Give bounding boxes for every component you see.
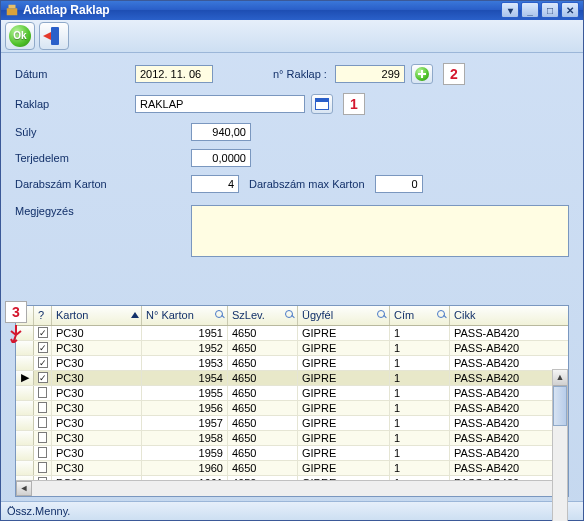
window-title: Adatlap Raklap bbox=[23, 3, 501, 17]
col-karton[interactable]: Karton bbox=[52, 306, 142, 325]
cell-szlev: 4650 bbox=[228, 401, 298, 415]
add-raklap-button[interactable] bbox=[411, 64, 433, 84]
table-row[interactable]: ✓PC3019534650GIPRE1PASS-AB420 bbox=[16, 356, 568, 371]
table-row[interactable]: PC3019554650GIPRE1PASS-AB420 bbox=[16, 386, 568, 401]
col-karton-label: Karton bbox=[56, 309, 88, 321]
row-indicator bbox=[16, 386, 34, 400]
table-row[interactable]: ✓PC3019524650GIPRE1PASS-AB420 bbox=[16, 341, 568, 356]
ok-button[interactable]: Ok bbox=[5, 22, 35, 50]
cell-check[interactable]: ✓ bbox=[34, 341, 52, 355]
suly-field[interactable]: 940,00 bbox=[191, 123, 251, 141]
exit-button[interactable] bbox=[39, 22, 69, 50]
row-indicator: ▶ bbox=[16, 371, 34, 385]
table-row[interactable]: ▶✓PC3019544650GIPRE1PASS-AB420 bbox=[16, 371, 568, 386]
grid-body[interactable]: ✓PC3019514650GIPRE1PASS-AB420✓PC30195246… bbox=[16, 326, 568, 480]
col-cim[interactable]: Cím bbox=[390, 306, 450, 325]
cell-cikk: PASS-AB420 bbox=[450, 326, 556, 340]
cell-cim: 1 bbox=[390, 461, 450, 475]
table-row[interactable]: PC3019604650GIPRE1PASS-AB420 bbox=[16, 461, 568, 476]
col-szlev[interactable]: SzLev. bbox=[228, 306, 298, 325]
checkbox[interactable] bbox=[38, 417, 47, 428]
cell-ugyfel: GIPRE bbox=[298, 461, 390, 475]
checkbox[interactable] bbox=[38, 402, 47, 413]
rowheader-column[interactable] bbox=[16, 306, 34, 325]
search-icon bbox=[215, 310, 225, 320]
cell-check[interactable] bbox=[34, 461, 52, 475]
cell-karton: PC30 bbox=[52, 356, 142, 370]
cell-ugyfel: GIPRE bbox=[298, 431, 390, 445]
cell-szlev: 4650 bbox=[228, 386, 298, 400]
cell-cikk: PASS-AB420 bbox=[450, 356, 556, 370]
v-scrollbar[interactable]: ▲ ▼ bbox=[552, 369, 568, 521]
cell-karton: PC30 bbox=[52, 371, 142, 385]
maximize-button[interactable]: □ bbox=[541, 2, 559, 18]
cell-szlev: 4650 bbox=[228, 461, 298, 475]
cell-check[interactable]: ✓ bbox=[34, 356, 52, 370]
terjedelem-field[interactable]: 0,0000 bbox=[191, 149, 251, 167]
datum-field[interactable]: 2012. 11. 06 bbox=[135, 65, 213, 83]
calendar-icon bbox=[315, 98, 329, 110]
cell-cim: 1 bbox=[390, 371, 450, 385]
cell-cim: 1 bbox=[390, 341, 450, 355]
cell-ugyfel: GIPRE bbox=[298, 416, 390, 430]
cell-nkarton: 1953 bbox=[142, 356, 228, 370]
cell-check[interactable]: ✓ bbox=[34, 326, 52, 340]
search-icon bbox=[437, 310, 447, 320]
table-row[interactable]: ✓PC3019514650GIPRE1PASS-AB420 bbox=[16, 326, 568, 341]
col-cikk[interactable]: Cikk bbox=[450, 306, 556, 325]
megjegyzes-field[interactable] bbox=[191, 205, 569, 257]
table-row[interactable]: PC3019574650GIPRE1PASS-AB420 bbox=[16, 416, 568, 431]
row-indicator bbox=[16, 431, 34, 445]
cell-check[interactable] bbox=[34, 446, 52, 460]
cell-cim: 1 bbox=[390, 356, 450, 370]
checkbox[interactable] bbox=[38, 462, 47, 473]
cell-check[interactable] bbox=[34, 416, 52, 430]
cell-nkarton: 1959 bbox=[142, 446, 228, 460]
nraklap-label: n° Raklap : bbox=[273, 68, 327, 80]
titlebar[interactable]: Adatlap Raklap ▾ _ □ ✕ bbox=[1, 1, 583, 20]
cell-karton: PC30 bbox=[52, 341, 142, 355]
checkbox[interactable] bbox=[38, 387, 47, 398]
scroll-left-button[interactable]: ◄ bbox=[16, 481, 32, 496]
nraklap-field[interactable]: 299 bbox=[335, 65, 405, 83]
cell-ugyfel: GIPRE bbox=[298, 446, 390, 460]
exit-icon bbox=[43, 25, 65, 47]
scroll-track[interactable] bbox=[553, 426, 567, 521]
raklap-lookup-button[interactable] bbox=[311, 94, 333, 114]
cell-karton: PC30 bbox=[52, 326, 142, 340]
raklap-field[interactable]: RAKLAP bbox=[135, 95, 305, 113]
col-ugyfel[interactable]: Ügyfél bbox=[298, 306, 390, 325]
cell-check[interactable] bbox=[34, 401, 52, 415]
cell-nkarton: 1957 bbox=[142, 416, 228, 430]
h-scrollbar[interactable]: ◄ ► bbox=[16, 480, 568, 496]
minimize-button[interactable]: _ bbox=[521, 2, 539, 18]
cell-check[interactable] bbox=[34, 386, 52, 400]
scroll-thumb[interactable] bbox=[553, 386, 567, 426]
close-button[interactable]: ✕ bbox=[561, 2, 579, 18]
cell-ugyfel: GIPRE bbox=[298, 356, 390, 370]
cell-check[interactable]: ✓ bbox=[34, 371, 52, 385]
scroll-track[interactable] bbox=[32, 481, 552, 496]
cell-szlev: 4650 bbox=[228, 371, 298, 385]
checkbox[interactable]: ✓ bbox=[38, 372, 48, 383]
dropdown-button[interactable]: ▾ bbox=[501, 2, 519, 18]
grid: ? Karton N° Karton SzLev. Ügyfél Cím Cik… bbox=[15, 305, 569, 497]
col-check[interactable]: ? bbox=[34, 306, 52, 325]
checkbox[interactable] bbox=[38, 447, 47, 458]
dbmax-field[interactable]: 0 bbox=[375, 175, 423, 193]
checkbox[interactable] bbox=[38, 432, 47, 443]
cell-cikk: PASS-AB420 bbox=[450, 446, 556, 460]
checkbox[interactable]: ✓ bbox=[38, 327, 48, 338]
sort-icon bbox=[131, 312, 139, 318]
scroll-up-button[interactable]: ▲ bbox=[553, 370, 567, 386]
checkbox[interactable]: ✓ bbox=[38, 342, 48, 353]
col-nkarton[interactable]: N° Karton bbox=[142, 306, 228, 325]
cell-cikk: PASS-AB420 bbox=[450, 371, 556, 385]
cell-check[interactable] bbox=[34, 431, 52, 445]
table-row[interactable]: PC3019584650GIPRE1PASS-AB420 bbox=[16, 431, 568, 446]
table-row[interactable]: PC3019594650GIPRE1PASS-AB420 bbox=[16, 446, 568, 461]
datum-label: Dátum bbox=[15, 68, 135, 80]
dbkarton-field[interactable]: 4 bbox=[191, 175, 239, 193]
table-row[interactable]: PC3019564650GIPRE1PASS-AB420 bbox=[16, 401, 568, 416]
checkbox[interactable]: ✓ bbox=[38, 357, 48, 368]
